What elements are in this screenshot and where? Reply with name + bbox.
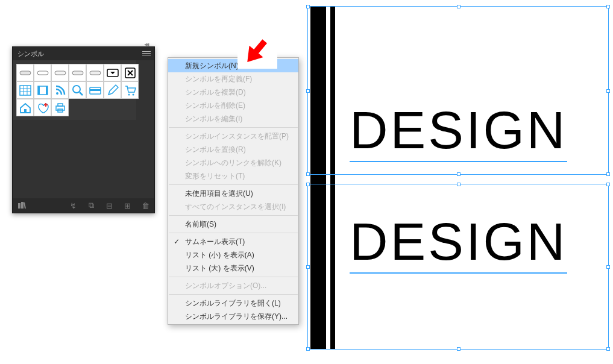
symbol-printer[interactable]	[51, 99, 69, 116]
menu-item[interactable]: リスト (小) を表示(A)	[168, 248, 298, 262]
menu-item: シンボルインスタンスを配置(P)	[168, 130, 298, 143]
menu-item-label: シンボルへのリンクを解除(K)	[185, 158, 281, 168]
menu-item-label: 未使用項目を選択(U)	[185, 189, 253, 199]
new-symbol-icon[interactable]: ⊞	[122, 200, 133, 211]
svg-rect-19	[90, 89, 101, 91]
symbol-magnifier[interactable]	[69, 81, 86, 99]
menu-item-label: シンボルライブラリを保存(Y)...	[185, 312, 288, 322]
menu-item-label: シンボルを削除(E)	[185, 101, 245, 111]
svg-marker-30	[251, 35, 274, 59]
svg-rect-26	[18, 203, 20, 209]
symbol-heart-plus[interactable]	[34, 99, 51, 116]
menu-item: シンボルオプション(O)...	[168, 279, 298, 292]
menu-item[interactable]: シンボルライブラリを開く(L)	[168, 297, 298, 310]
artwork-text[interactable]: DESIGN	[350, 99, 567, 162]
menu-item-label: シンボルを再定義(F)	[185, 74, 252, 84]
symbol-calendar[interactable]	[16, 81, 34, 99]
menu-item-label: 新規シンボル(N)...	[185, 61, 245, 71]
symbol-rounded-rect[interactable]	[34, 64, 51, 81]
symbol-rss[interactable]	[51, 81, 69, 99]
symbol-close-x[interactable]	[121, 64, 139, 81]
svg-rect-3	[72, 71, 83, 75]
panel-context-menu: 新規シンボル(N)...シンボルを再定義(F)シンボルを複製(D)シンボルを削除…	[168, 57, 299, 325]
menu-item-label: シンボルオプション(O)...	[185, 281, 266, 291]
svg-rect-24	[58, 104, 63, 106]
menu-item-label: すべてのインスタンスを選択(I)	[185, 202, 286, 212]
svg-point-20	[128, 93, 130, 95]
menu-separator	[169, 127, 298, 128]
svg-rect-23	[56, 106, 64, 110]
symbol-rounded-rect[interactable]	[16, 64, 34, 81]
panel-footer: ↯ ⧉ ⊟ ⊞ 🗑	[13, 198, 154, 213]
symbol-cart[interactable]	[121, 81, 139, 99]
delete-icon[interactable]: 🗑	[140, 200, 151, 211]
panel-header: シンボル	[13, 47, 154, 60]
menu-item[interactable]: サムネール表示(T)	[168, 235, 298, 248]
svg-rect-7	[20, 86, 31, 95]
svg-rect-27	[21, 202, 24, 209]
menu-item[interactable]: シンボルライブラリを保存(Y)...	[168, 310, 298, 323]
svg-rect-14	[46, 86, 48, 95]
menu-item-label: シンボルを編集(I)	[185, 114, 242, 124]
menu-separator	[169, 277, 298, 277]
svg-point-21	[132, 93, 134, 95]
menu-item-label: 変形をリセット(T)	[185, 171, 245, 181]
library-icon[interactable]	[16, 200, 27, 211]
menu-separator	[169, 294, 298, 295]
symbols-panel: シンボル ↯ ⧉ ⊟ ⊞ 🗑	[12, 46, 155, 213]
menu-item: シンボルを編集(I)	[168, 112, 298, 125]
svg-point-16	[73, 86, 80, 93]
menu-item[interactable]: リスト (大) を表示(V)	[168, 262, 298, 275]
menu-item-label: リスト (大) を表示(V)	[185, 263, 254, 274]
menu-item-label: リスト (小) を表示(A)	[185, 250, 254, 260]
svg-line-17	[80, 92, 83, 95]
artwork-text[interactable]: DESIGN	[350, 211, 567, 274]
menu-item-label: シンボルインスタンスを配置(P)	[185, 131, 289, 142]
svg-rect-4	[90, 71, 101, 75]
symbol-pencil[interactable]	[104, 81, 121, 99]
menu-item-label: シンボルを複製(D)	[185, 87, 246, 98]
menu-item: シンボルを削除(E)	[168, 99, 298, 112]
menu-separator	[169, 184, 298, 185]
symbol-home[interactable]	[16, 99, 34, 116]
panel-title: シンボル	[17, 49, 44, 58]
menu-separator	[169, 233, 298, 233]
menu-item-label: サムネール表示(T)	[185, 237, 245, 247]
menu-item: 変形をリセット(T)	[168, 169, 298, 183]
place-instance-icon[interactable]: ↯	[68, 200, 78, 211]
menu-item-label: シンボルを置換(R)	[185, 145, 246, 155]
symbol-credit-card[interactable]	[86, 81, 104, 99]
panel-collapse-icon[interactable]	[140, 42, 152, 47]
canvas-area: DESIGN DESIGN	[307, 6, 609, 350]
menu-item[interactable]: 新規シンボル(N)...	[168, 59, 298, 72]
break-link-icon[interactable]: ⧉	[86, 200, 96, 211]
symbol-dropdown[interactable]	[104, 64, 121, 81]
menu-item[interactable]: 未使用項目を選択(U)	[168, 187, 298, 200]
menu-item-label: 名前順(S)	[185, 219, 216, 230]
symbol-rounded-rect[interactable]	[51, 64, 69, 81]
svg-rect-2	[55, 71, 66, 75]
symbol-grid	[13, 60, 136, 120]
svg-rect-22	[24, 109, 27, 113]
menu-separator	[169, 215, 298, 216]
panel-menu-icon[interactable]	[142, 49, 151, 57]
options-icon[interactable]: ⊟	[104, 200, 115, 211]
svg-point-15	[56, 92, 58, 95]
symbol-rounded-rect[interactable]	[86, 64, 104, 81]
symbol-rounded-rect[interactable]	[69, 64, 86, 81]
menu-item: シンボルを複製(D)	[168, 86, 298, 99]
svg-rect-0	[20, 71, 31, 75]
menu-item[interactable]: 名前順(S)	[168, 218, 298, 231]
menu-item: シンボルを再定義(F)	[168, 72, 298, 86]
menu-item: すべてのインスタンスを選択(I)	[168, 200, 298, 213]
menu-item-label: シンボルライブラリを開く(L)	[185, 298, 281, 309]
svg-rect-13	[38, 86, 40, 95]
svg-rect-1	[37, 71, 48, 75]
symbol-filmstrip[interactable]	[34, 81, 51, 99]
menu-item: シンボルを置換(R)	[168, 143, 298, 156]
menu-item: シンボルへのリンクを解除(K)	[168, 156, 298, 169]
